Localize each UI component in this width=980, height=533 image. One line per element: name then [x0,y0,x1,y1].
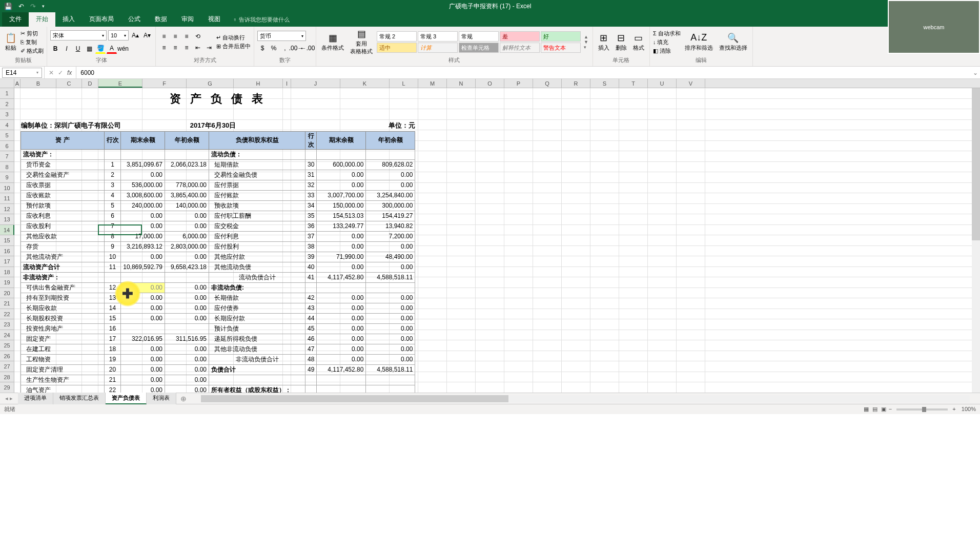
asset-label[interactable]: 流动资产： [21,149,105,159]
underline-button[interactable]: U [73,44,83,54]
style-normal-2[interactable]: 常规 2 [377,31,417,42]
row-header-3[interactable]: 3 [0,109,14,120]
row-num-r[interactable] [305,385,317,393]
col-header-T[interactable]: T [619,79,648,88]
name-box[interactable]: E14▾ [2,68,42,78]
tab-layout[interactable]: 页面布局 [82,12,121,27]
col-header-S[interactable]: S [590,79,619,88]
row-header-24[interactable]: 24 [0,330,14,341]
row-num-r[interactable]: 44 [305,313,317,323]
sheet-tab-0[interactable]: 进项清单 [18,393,53,404]
horizontal-scrollbar-thumb[interactable] [201,395,508,402]
style-normal[interactable]: 常规 [459,31,499,42]
row-num-l[interactable]: 6 [105,211,121,221]
end-balance-r[interactable]: 0.00 [317,334,366,344]
zoom-slider-thumb[interactable] [922,407,926,412]
decrease-font-button[interactable]: A▾ [142,30,152,40]
begin-balance-l[interactable]: 0.00 [165,354,209,364]
end-balance-r[interactable]: 0.00 [317,323,366,334]
row-header-9[interactable]: 9 [0,172,14,183]
begin-balance-l[interactable]: 2,803,000.00 [165,241,209,252]
row-num-l[interactable]: 15 [105,313,121,323]
begin-balance-l[interactable]: 6,000.00 [165,231,209,241]
row-num-l[interactable]: 1 [105,159,121,170]
end-balance-r[interactable]: 4,117,452.80 [317,272,366,282]
asset-label[interactable]: 在建工程 [21,344,105,354]
table-format-button[interactable]: ▤套用 表格格式 [348,28,375,56]
row-num-l[interactable]: 19 [105,354,121,364]
begin-balance-r[interactable]: 0.00 [366,262,415,272]
row-header-14[interactable]: 14 [0,225,14,236]
zoom-out-button[interactable]: − [889,406,892,412]
row-header-1[interactable]: 1 [0,88,14,99]
sort-filter-button[interactable]: A↓Z排序和筛选 [683,32,715,53]
liab-label[interactable]: 流动负债： [209,149,305,159]
asset-label[interactable]: 存货 [21,241,105,252]
row-header-28[interactable]: 28 [0,372,14,383]
row-header-16[interactable]: 16 [0,246,14,257]
col-header-H[interactable]: H [234,79,283,88]
col-header-M[interactable]: M [418,79,447,88]
begin-balance-l[interactable]: 0.00 [165,293,209,303]
col-header-F[interactable]: F [142,79,187,88]
end-balance-r[interactable]: 0.00 [317,231,366,241]
end-balance-l[interactable]: 3,216,893.12 [121,241,165,252]
orientation-button[interactable]: ⟲ [193,31,203,42]
begin-balance-r[interactable] [366,385,415,393]
col-header-B[interactable]: B [21,79,56,88]
row-header-19[interactable]: 19 [0,277,14,288]
col-header-E[interactable]: E [98,79,142,88]
end-balance-l[interactable]: 0.00 [121,170,165,180]
formula-input[interactable]: 6000 [76,69,971,76]
row-num-l[interactable] [105,149,121,159]
end-balance-r[interactable]: 154,513.03 [317,211,366,221]
font-size-select[interactable]: 10▾ [108,30,129,40]
find-select-button[interactable]: 🔍查找和选择 [717,32,749,53]
zoom-slider[interactable] [896,408,948,411]
row-num-r[interactable] [305,149,317,159]
begin-balance-l[interactable]: 0.00 [165,211,209,221]
begin-balance-l[interactable] [165,323,209,334]
row-header-29[interactable]: 29 [0,382,14,393]
begin-balance-r[interactable]: 4,588,518.11 [366,272,415,282]
begin-balance-l[interactable]: 9,658,423.18 [165,262,209,272]
col-header-N[interactable]: N [447,79,476,88]
col-header-U[interactable]: U [648,79,677,88]
asset-label[interactable]: 可供出售金融资产 [21,282,105,293]
row-num-r[interactable]: 31 [305,170,317,180]
redo-icon[interactable]: ↷ [30,3,36,10]
currency-button[interactable]: $ [257,43,268,53]
row-header-20[interactable]: 20 [0,288,14,299]
row-num-l[interactable]: 20 [105,364,121,375]
begin-balance-r[interactable]: 3,254,840.00 [366,190,415,200]
row-num-r[interactable]: 30 [305,159,317,170]
row-num-l[interactable]: 8 [105,231,121,241]
style-good[interactable]: 好 [541,31,581,42]
begin-balance-l[interactable]: 0.00 [165,385,209,393]
col-header-A[interactable]: A [14,79,21,88]
style-normal-3[interactable]: 常规 3 [418,31,458,42]
italic-button[interactable]: I [62,44,72,54]
col-header-Q[interactable]: Q [533,79,562,88]
row-num-r[interactable]: 32 [305,180,317,190]
begin-balance-r[interactable]: 7,200.00 [366,231,415,241]
liab-label[interactable]: 其他流动负债 [209,262,305,272]
row-num-r[interactable]: 39 [305,252,317,262]
row-header-27[interactable]: 27 [0,361,14,372]
fill-color-button[interactable]: 🪣 [95,44,106,54]
begin-balance-r[interactable]: 809,628.02 [366,159,415,170]
row-num-l[interactable]: 16 [105,323,121,334]
end-balance-l[interactable]: 0.00 [121,375,165,385]
row-num-l[interactable]: 2 [105,170,121,180]
asset-label[interactable]: 油气资产 [21,385,105,393]
liab-label[interactable]: 递延所得税负债 [209,334,305,344]
row-header-18[interactable]: 18 [0,267,14,278]
font-name-select[interactable]: 宋体▾ [50,30,107,40]
tab-home[interactable]: 开始 [29,12,55,27]
asset-label[interactable]: 投资性房地产 [21,323,105,334]
row-header-2[interactable]: 2 [0,99,14,110]
fx-button[interactable]: fx [67,69,72,76]
asset-label[interactable]: 应收股利 [21,221,105,231]
begin-balance-l[interactable] [165,272,209,282]
row-num-l[interactable] [105,272,121,282]
